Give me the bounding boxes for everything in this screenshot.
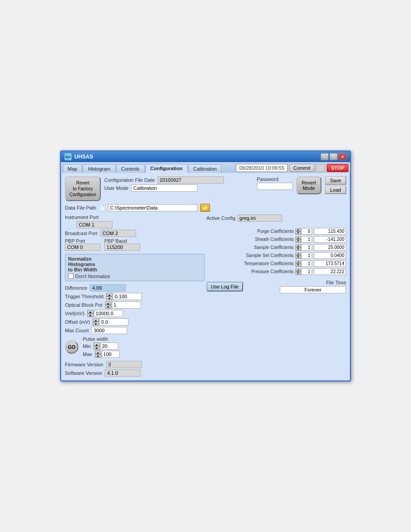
sample-set-coeff-up[interactable]: ▲ [295,253,301,256]
software-version-input[interactable] [105,369,141,377]
config-date-input[interactable] [158,176,224,184]
maximize-button[interactable]: □ [330,153,338,160]
load-button[interactable]: Load [325,186,346,194]
sample-set-coeff-label: Sample Set Coefficients [206,253,294,258]
stop-button[interactable]: STOP [327,164,348,172]
pressure-coeff-spin-input[interactable] [301,268,312,275]
file-time-input[interactable] [280,286,346,293]
trigger-threshold-input[interactable] [113,293,142,300]
pulse-max-input[interactable] [102,351,120,358]
pulse-min-input[interactable] [100,343,118,350]
vref-up[interactable]: ▲ [87,310,94,313]
sheath-coeff-spin-input[interactable] [301,236,312,243]
commit-button[interactable]: Commit [289,164,314,172]
tab-bar: Map Histogram Controls Configuration Cal… [61,162,350,173]
purge-coeff-label: Purge Coefficients [206,229,294,234]
trigger-threshold-up[interactable]: ▲ [106,293,112,296]
file-time-label: File Time [326,280,346,285]
instrument-port-input[interactable] [77,221,112,228]
data-file-path-input[interactable] [108,204,197,211]
title-bar: Sa+ UHSAS – □ ✕ [61,151,350,162]
firmware-version-input[interactable] [106,361,142,368]
sample-set-coeff-spin-input[interactable] [301,252,312,259]
pbp-port-label: PBP Port [65,238,101,244]
use-log-file-button[interactable]: Use Log File [206,282,243,292]
offset-up[interactable]: ▲ [93,318,99,322]
offset-down[interactable]: ▼ [93,322,99,326]
sheath-coeff-up[interactable]: ▲ [295,236,301,240]
trigger-threshold-label: Trigger Threshold [65,294,103,299]
purge-coeff-spin-input[interactable] [301,228,312,235]
difference-row: Difference [65,284,205,292]
sheath-coeff-value-input[interactable] [314,236,346,243]
user-mode-input[interactable] [131,184,197,192]
close-button[interactable]: ✕ [338,153,347,160]
go-button[interactable]: GO [65,340,78,354]
minimize-button[interactable]: – [321,153,329,160]
tab-controls[interactable]: Controls [116,164,145,173]
tab-calibration[interactable]: Calibration [188,164,222,173]
title-controls: – □ ✕ [321,153,347,160]
vref-down[interactable]: ▼ [87,313,94,317]
sample-coeff-value-input[interactable] [314,244,346,251]
sheath-coeff-down[interactable]: ▼ [295,240,301,243]
pressure-coeff-up[interactable]: ▲ [295,269,301,272]
optical-block-pot-down[interactable]: ▼ [105,305,111,309]
tab-histogram[interactable]: Histogram [83,164,115,173]
temperature-coeff-up[interactable]: ▲ [295,261,301,264]
content-area: Revert to Factory Configuration Configur… [61,173,350,381]
revert-factory-button[interactable]: Revert to Factory Configuration [65,176,101,201]
sample-set-coeff-value-input[interactable] [314,252,346,259]
main-grid: Instrument Port Broadcast Port P [65,215,346,377]
sample-coeff-spin-input[interactable] [301,244,312,251]
purge-coeff-spinner: ▲ ▼ [295,228,312,235]
pbp-port-input[interactable] [65,244,101,251]
optical-block-pot-input[interactable] [112,301,141,309]
purge-coeff-down[interactable]: ▼ [295,232,301,235]
log-file-row: Use Log File File Time [206,280,346,293]
dont-normalize-checkbox[interactable] [68,274,73,279]
file-time-col: File Time [280,280,346,293]
save-button[interactable]: Save [325,176,346,184]
pressure-coeff-value-input[interactable] [314,268,346,275]
pressure-coeff-down[interactable]: ▼ [295,272,301,275]
max-count-input[interactable] [91,327,127,334]
offset-input[interactable] [99,318,128,326]
purge-coeff-value-input[interactable] [314,228,346,235]
sample-set-coeff-down[interactable]: ▼ [295,256,301,259]
pressure-coeff-spinner: ▲ ▼ [295,268,312,275]
sample-coeff-down[interactable]: ▼ [295,248,301,251]
pbp-baud-input[interactable] [104,244,140,251]
vref-input[interactable] [94,310,123,317]
optical-block-pot-label: Optical Block Pot [65,302,103,308]
tab-configuration[interactable]: Configuration [146,164,188,173]
pulse-max-down[interactable]: ▼ [95,354,101,358]
optical-block-pot-spin-btns: ▲ ▼ [105,301,111,309]
temperature-coeff-spin-input[interactable] [301,260,312,267]
password-col: Password [257,176,293,190]
sample-coeff-row: Sample Coefficients ▲ ▼ [206,244,346,251]
revert-mode-button[interactable]: Revert Mode [296,176,321,194]
difference-input[interactable] [90,284,126,292]
max-count-label: Max Count [65,328,89,333]
temperature-coeff-down[interactable]: ▼ [295,264,301,267]
sample-coeff-up[interactable]: ▲ [295,245,301,248]
user-mode-row: User Mode [104,184,253,192]
tab-map[interactable]: Map [63,164,82,173]
trigger-threshold-down[interactable]: ▼ [106,296,112,300]
optical-block-pot-up[interactable]: ▲ [105,301,111,305]
browse-folder-button[interactable]: 📁 [200,204,210,212]
password-input[interactable] [257,183,293,190]
pulse-min-up[interactable]: ▲ [94,343,100,346]
active-config-input[interactable] [237,215,282,222]
pulse-max-up[interactable]: ▲ [95,351,101,354]
firmware-version-row: Firmware Version [65,361,205,368]
trigger-threshold-row: Trigger Threshold ▲ ▼ [65,293,205,300]
difference-label: Difference [65,285,87,291]
offset-row: Offset (mV) ▲ ▼ [65,318,205,326]
temperature-coeff-value-input[interactable] [314,260,346,267]
pulse-min-down[interactable]: ▼ [94,346,100,350]
title-bar-left: Sa+ UHSAS [64,153,93,160]
purge-coeff-up[interactable]: ▲ [295,228,301,232]
broadcast-port-input[interactable] [100,230,136,237]
